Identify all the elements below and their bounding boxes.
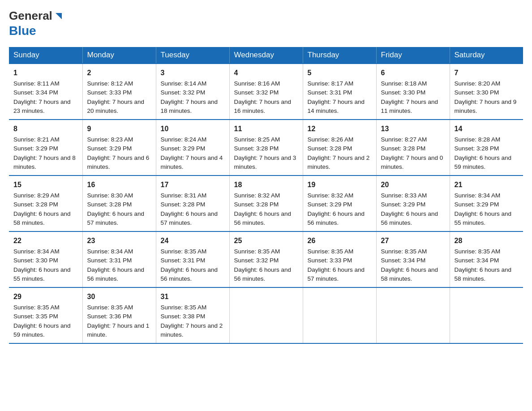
- day-number: 13: [381, 124, 445, 134]
- sunset-text: Sunset: 3:28 PM: [381, 145, 426, 152]
- sunrise-text: Sunrise: 8:35 AM: [87, 304, 133, 311]
- sunrise-text: Sunrise: 8:28 AM: [455, 136, 501, 143]
- daylight-text: Daylight: 7 hours and 6 minutes.: [87, 154, 150, 170]
- sunset-text: Sunset: 3:29 PM: [13, 145, 58, 152]
- sunset-text: Sunset: 3:31 PM: [161, 257, 206, 264]
- header: General Blue: [9, 9, 523, 38]
- calendar-cell: 29Sunrise: 8:35 AMSunset: 3:35 PMDayligh…: [9, 287, 82, 343]
- calendar-cell: 14Sunrise: 8:28 AMSunset: 3:28 PMDayligh…: [450, 120, 523, 176]
- sunset-text: Sunset: 3:34 PM: [13, 89, 58, 96]
- sunrise-text: Sunrise: 8:21 AM: [13, 136, 60, 143]
- calendar-cell: 28Sunrise: 8:35 AMSunset: 3:34 PMDayligh…: [450, 231, 523, 287]
- sunrise-text: Sunrise: 8:33 AM: [381, 192, 427, 199]
- daylight-text: Daylight: 6 hours and 58 minutes.: [381, 266, 438, 282]
- sunrise-text: Sunrise: 8:14 AM: [161, 80, 207, 87]
- daylight-text: Daylight: 6 hours and 55 minutes.: [455, 210, 512, 226]
- day-number: 31: [161, 291, 225, 302]
- sunset-text: Sunset: 3:28 PM: [13, 201, 58, 208]
- week-row-3: 15Sunrise: 8:29 AMSunset: 3:28 PMDayligh…: [9, 176, 523, 231]
- daylight-text: Daylight: 6 hours and 55 minutes.: [13, 266, 71, 282]
- daylight-text: Daylight: 7 hours and 8 minutes.: [13, 154, 76, 170]
- svg-marker-0: [56, 13, 62, 19]
- week-row-5: 29Sunrise: 8:35 AMSunset: 3:35 PMDayligh…: [9, 287, 523, 343]
- calendar-cell: 4Sunrise: 8:16 AMSunset: 3:32 PMDaylight…: [229, 64, 303, 120]
- sunset-text: Sunset: 3:31 PM: [87, 257, 132, 264]
- daylight-text: Daylight: 7 hours and 18 minutes.: [161, 98, 218, 114]
- day-number: 8: [13, 124, 78, 134]
- day-number: 15: [13, 180, 78, 190]
- sunrise-text: Sunrise: 8:32 AM: [234, 192, 280, 199]
- sunrise-text: Sunrise: 8:32 AM: [308, 192, 354, 199]
- sunset-text: Sunset: 3:33 PM: [87, 89, 132, 96]
- day-number: 5: [308, 68, 372, 78]
- logo-general-text: General: [9, 9, 52, 23]
- calendar-cell: 27Sunrise: 8:35 AMSunset: 3:34 PMDayligh…: [376, 231, 450, 287]
- daylight-text: Daylight: 7 hours and 2 minutes.: [161, 322, 223, 338]
- calendar-cell: [303, 287, 376, 343]
- daylight-text: Daylight: 6 hours and 59 minutes.: [13, 322, 71, 338]
- daylight-text: Daylight: 7 hours and 14 minutes.: [308, 98, 365, 114]
- day-number: 19: [308, 180, 372, 190]
- sunrise-text: Sunrise: 8:29 AM: [13, 192, 60, 199]
- sunrise-text: Sunrise: 8:34 AM: [13, 248, 60, 255]
- day-number: 27: [381, 235, 445, 246]
- logo-arrow-icon: [54, 11, 64, 21]
- sunrise-text: Sunrise: 8:12 AM: [87, 80, 133, 87]
- daylight-text: Daylight: 7 hours and 11 minutes.: [381, 98, 438, 114]
- weekday-header-saturday: Saturday: [450, 47, 523, 64]
- day-number: 7: [455, 68, 519, 78]
- sunset-text: Sunset: 3:32 PM: [161, 89, 206, 96]
- daylight-text: Daylight: 7 hours and 2 minutes.: [308, 154, 370, 170]
- sunrise-text: Sunrise: 8:30 AM: [87, 192, 133, 199]
- weekday-header-tuesday: Tuesday: [156, 47, 229, 64]
- calendar-cell: 10Sunrise: 8:24 AMSunset: 3:29 PMDayligh…: [156, 120, 229, 176]
- calendar-cell: 1Sunrise: 8:11 AMSunset: 3:34 PMDaylight…: [9, 64, 82, 120]
- week-row-2: 8Sunrise: 8:21 AMSunset: 3:29 PMDaylight…: [9, 120, 523, 176]
- sunrise-text: Sunrise: 8:34 AM: [455, 192, 501, 199]
- day-number: 12: [308, 124, 372, 134]
- calendar-cell: 2Sunrise: 8:12 AMSunset: 3:33 PMDaylight…: [82, 64, 156, 120]
- sunrise-text: Sunrise: 8:17 AM: [308, 80, 354, 87]
- sunrise-text: Sunrise: 8:34 AM: [87, 248, 133, 255]
- calendar-cell: 26Sunrise: 8:35 AMSunset: 3:33 PMDayligh…: [303, 231, 376, 287]
- sunrise-text: Sunrise: 8:11 AM: [13, 80, 60, 87]
- calendar-cell: 12Sunrise: 8:26 AMSunset: 3:28 PMDayligh…: [303, 120, 376, 176]
- calendar-cell: 7Sunrise: 8:20 AMSunset: 3:30 PMDaylight…: [450, 64, 523, 120]
- calendar-cell: 13Sunrise: 8:27 AMSunset: 3:28 PMDayligh…: [376, 120, 450, 176]
- sunrise-text: Sunrise: 8:20 AM: [455, 80, 501, 87]
- sunset-text: Sunset: 3:28 PM: [234, 201, 279, 208]
- daylight-text: Daylight: 6 hours and 57 minutes.: [161, 210, 218, 226]
- weekday-header-friday: Friday: [376, 47, 450, 64]
- sunrise-text: Sunrise: 8:23 AM: [87, 136, 133, 143]
- day-number: 2: [87, 68, 151, 78]
- day-number: 20: [381, 180, 445, 190]
- sunrise-text: Sunrise: 8:18 AM: [381, 80, 427, 87]
- calendar-cell: [229, 287, 303, 343]
- calendar-body: 1Sunrise: 8:11 AMSunset: 3:34 PMDaylight…: [9, 64, 523, 343]
- logo: General Blue: [9, 9, 64, 38]
- daylight-text: Daylight: 7 hours and 20 minutes.: [87, 98, 145, 114]
- calendar-table: SundayMondayTuesdayWednesdayThursdayFrid…: [9, 47, 523, 344]
- daylight-text: Daylight: 6 hours and 57 minutes.: [87, 210, 145, 226]
- weekday-header-sunday: Sunday: [9, 47, 82, 64]
- day-number: 4: [234, 68, 298, 78]
- calendar-cell: 11Sunrise: 8:25 AMSunset: 3:28 PMDayligh…: [229, 120, 303, 176]
- calendar-cell: 31Sunrise: 8:35 AMSunset: 3:38 PMDayligh…: [156, 287, 229, 343]
- day-number: 18: [234, 180, 298, 190]
- daylight-text: Daylight: 6 hours and 58 minutes.: [455, 266, 512, 282]
- day-number: 26: [308, 235, 372, 246]
- sunset-text: Sunset: 3:28 PM: [455, 145, 499, 152]
- sunset-text: Sunset: 3:28 PM: [87, 201, 132, 208]
- calendar-cell: 21Sunrise: 8:34 AMSunset: 3:29 PMDayligh…: [450, 176, 523, 231]
- calendar-cell: 3Sunrise: 8:14 AMSunset: 3:32 PMDaylight…: [156, 64, 229, 120]
- day-number: 9: [87, 124, 151, 134]
- week-row-4: 22Sunrise: 8:34 AMSunset: 3:30 PMDayligh…: [9, 231, 523, 287]
- daylight-text: Daylight: 7 hours and 0 minutes.: [381, 154, 443, 170]
- daylight-text: Daylight: 7 hours and 16 minutes.: [234, 98, 292, 114]
- sunset-text: Sunset: 3:33 PM: [308, 257, 352, 264]
- logo-blue-text: Blue: [9, 24, 36, 38]
- day-number: 23: [87, 235, 151, 246]
- calendar-header: SundayMondayTuesdayWednesdayThursdayFrid…: [9, 47, 523, 64]
- calendar-cell: 20Sunrise: 8:33 AMSunset: 3:29 PMDayligh…: [376, 176, 450, 231]
- week-row-1: 1Sunrise: 8:11 AMSunset: 3:34 PMDaylight…: [9, 64, 523, 120]
